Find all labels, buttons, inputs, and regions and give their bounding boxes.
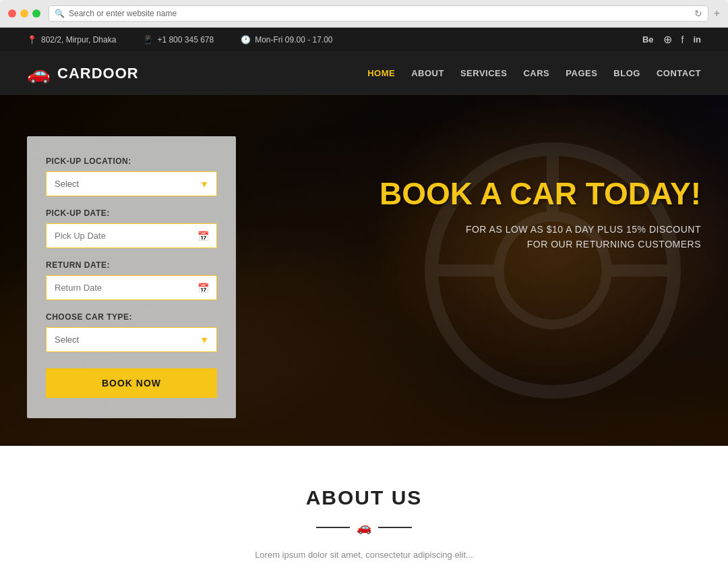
- nav-link-pages[interactable]: PAGES: [566, 65, 597, 81]
- browser-chrome: 🔍 Search or enter website name ↻ +: [0, 0, 728, 28]
- pickup-location-select-wrapper: Select ▼: [46, 171, 217, 196]
- pickup-date-label: PICK-UP DATE:: [46, 208, 217, 218]
- hero-content: PICK-UP LOCATION: Select ▼ PICK-UP DATE:…: [0, 123, 728, 418]
- browser-dots: [8, 9, 40, 18]
- refresh-icon[interactable]: ↻: [694, 8, 702, 19]
- info-bar: 📍 802/2, Mirpur, Dhaka 📱 +1 800 345 678 …: [0, 28, 728, 51]
- nav-links: HOME ABOUT SERVICES CARS PAGES BLOG CONT…: [367, 65, 701, 81]
- pickup-date-input-wrapper: 📅: [46, 223, 217, 248]
- hero-subtitle: FOR AS LOW AS $10 A DAY PLUS 15% DISCOUN…: [263, 222, 701, 252]
- facebook-icon[interactable]: f: [681, 34, 684, 45]
- nav-link-contact[interactable]: CONTACT: [657, 65, 701, 81]
- linkedin-icon[interactable]: in: [693, 34, 701, 45]
- hours-info: 🕐 Mon-Fri 09.00 - 17.00: [241, 35, 332, 45]
- hours-text: Mon-Fri 09.00 - 17.00: [255, 35, 332, 45]
- nav-link-home[interactable]: HOME: [367, 65, 395, 81]
- social-icons: Be ⊕ f in: [642, 33, 701, 46]
- return-date-input[interactable]: [46, 275, 217, 300]
- phone-text: +1 800 345 678: [157, 35, 214, 45]
- about-description: Lorem ipsum dolor sit amet, consectetur …: [128, 548, 600, 563]
- phone-info: 📱 +1 800 345 678: [143, 35, 214, 45]
- pickup-location-select[interactable]: Select: [46, 171, 217, 196]
- divider-line-right: [378, 527, 412, 528]
- divider-line-left: [316, 527, 350, 528]
- pickup-location-group: PICK-UP LOCATION: Select ▼: [46, 156, 217, 196]
- nav-link-blog[interactable]: BLOG: [613, 65, 640, 81]
- hero-text: BOOK A CAR TODAY! FOR AS LOW AS $10 A DA…: [263, 123, 701, 252]
- hero-subtitle-line2: FOR OUR RETURNING CUSTOMERS: [527, 239, 701, 250]
- main-nav: 🚗 CARDOOR HOME ABOUT SERVICES CARS PAGES…: [0, 51, 728, 95]
- car-type-select[interactable]: Select: [46, 327, 217, 352]
- address-text: Search or enter website name: [69, 9, 177, 18]
- location-icon: 📍: [27, 35, 37, 45]
- new-tab-button[interactable]: +: [714, 7, 720, 20]
- divider-car-icon: 🚗: [357, 520, 371, 535]
- car-logo-icon: 🚗: [27, 62, 51, 84]
- booking-form: PICK-UP LOCATION: Select ▼ PICK-UP DATE:…: [27, 136, 236, 418]
- logo-text: CARDOOR: [57, 65, 139, 82]
- pickup-date-input[interactable]: [46, 223, 217, 248]
- nav-link-services[interactable]: SERVICES: [460, 65, 508, 81]
- nav-link-about[interactable]: ABOUT: [411, 65, 444, 81]
- hero-title: BOOK A CAR TODAY!: [263, 177, 701, 211]
- logo: 🚗 CARDOOR: [27, 62, 139, 84]
- behance-icon[interactable]: Be: [642, 34, 654, 45]
- search-icon: 🔍: [55, 9, 65, 18]
- about-title: ABOUT US: [27, 486, 701, 509]
- nav-link-cars[interactable]: CARS: [523, 65, 549, 81]
- about-divider: 🚗: [27, 520, 701, 535]
- clock-icon: 🕐: [241, 35, 251, 45]
- hero-section: PICK-UP LOCATION: Select ▼ PICK-UP DATE:…: [0, 95, 728, 446]
- close-dot[interactable]: [8, 9, 16, 18]
- hero-subtitle-line1: FOR AS LOW AS $10 A DAY PLUS 15% DISCOUN…: [466, 224, 701, 235]
- browser-controls: 🔍 Search or enter website name ↻ +: [8, 5, 720, 22]
- minimize-dot[interactable]: [20, 9, 28, 18]
- return-date-group: RETURN DATE: 📅: [46, 260, 217, 300]
- book-now-button[interactable]: BOOK NOW: [46, 368, 217, 398]
- car-type-group: CHOOSE CAR TYPE: Select ▼: [46, 312, 217, 352]
- pinterest-icon[interactable]: ⊕: [663, 33, 672, 46]
- address-bar[interactable]: 🔍 Search or enter website name ↻: [49, 5, 708, 22]
- phone-icon: 📱: [143, 35, 153, 45]
- about-section: ABOUT US 🚗 Lorem ipsum dolor sit amet, c…: [0, 446, 728, 574]
- address-text: 802/2, Mirpur, Dhaka: [41, 35, 116, 45]
- return-date-input-wrapper: 📅: [46, 275, 217, 300]
- car-type-label: CHOOSE CAR TYPE:: [46, 312, 217, 322]
- pickup-date-group: PICK-UP DATE: 📅: [46, 208, 217, 248]
- return-date-label: RETURN DATE:: [46, 260, 217, 270]
- pickup-location-label: PICK-UP LOCATION:: [46, 156, 217, 166]
- car-type-select-wrapper: Select ▼: [46, 327, 217, 352]
- maximize-dot[interactable]: [32, 9, 40, 18]
- address-info: 📍 802/2, Mirpur, Dhaka: [27, 35, 116, 45]
